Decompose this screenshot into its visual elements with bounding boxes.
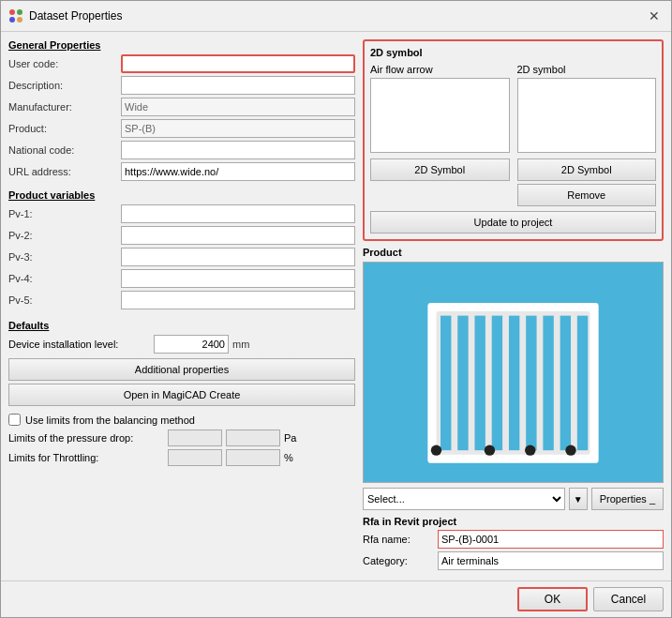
- svg-point-1: [17, 9, 22, 15]
- properties-button[interactable]: Properties _: [591, 488, 664, 510]
- pressure-unit: Pa: [284, 432, 296, 444]
- dataset-properties-window: Dataset Properties ✕ General Properties …: [0, 0, 672, 618]
- close-button[interactable]: ✕: [645, 7, 664, 25]
- pressure-drop-row: Limits of the pressure drop: Pa: [8, 430, 355, 446]
- throttle-min-input[interactable]: [168, 449, 222, 466]
- product-select-row: Select... ▼ Properties _: [363, 488, 664, 510]
- user-code-group: User code:: [8, 54, 355, 73]
- pv5-input[interactable]: [121, 291, 355, 309]
- titlebar: Dataset Properties ✕: [1, 1, 671, 32]
- balancing-checkbox-row: Use limits from the balancing method: [8, 414, 355, 426]
- svg-rect-10: [492, 316, 502, 451]
- air-flow-label: Air flow arrow: [370, 64, 510, 75]
- defaults-header: Defaults: [8, 320, 355, 331]
- pv2-input[interactable]: [121, 226, 355, 245]
- description-input[interactable]: [121, 76, 355, 95]
- cancel-button[interactable]: Cancel: [593, 587, 664, 611]
- svg-point-16: [431, 445, 441, 455]
- svg-rect-9: [474, 316, 485, 451]
- dataset-icon: [8, 8, 23, 23]
- balancing-checkbox[interactable]: [8, 414, 21, 426]
- dropdown-arrow-button[interactable]: ▼: [569, 488, 588, 510]
- url-input[interactable]: [121, 162, 355, 181]
- update-btn-row: Update to project: [370, 211, 656, 234]
- product-variables-section: Product variables Pv-1: Pv-2: Pv-3: Pv-4…: [8, 189, 355, 312]
- rfa-name-input[interactable]: [438, 530, 664, 549]
- svg-point-17: [565, 445, 575, 455]
- category-label: Category:: [363, 555, 438, 566]
- pv2-label: Pv-2:: [8, 230, 121, 241]
- description-label: Description:: [8, 80, 121, 91]
- titlebar-left: Dataset Properties: [8, 8, 122, 23]
- category-row: Category:: [363, 551, 664, 570]
- product-input[interactable]: [121, 119, 355, 138]
- symbol-section: 2D symbol Air flow arrow 2D symbol 2D Sy…: [363, 39, 664, 241]
- url-label: URL address:: [8, 166, 121, 177]
- user-code-label: User code:: [8, 58, 121, 69]
- symbol-2d-preview: [517, 78, 657, 153]
- product-title: Product: [363, 247, 664, 258]
- symbol-btn-left-button[interactable]: 2D Symbol: [370, 158, 510, 181]
- product-variables-header: Product variables: [8, 189, 355, 201]
- product-image: [363, 262, 664, 483]
- svg-rect-8: [457, 316, 468, 451]
- throttle-max-input[interactable]: [226, 449, 280, 466]
- additional-properties-button[interactable]: Additional properties: [8, 358, 355, 381]
- throttle-label: Limits for Throttling:: [8, 452, 168, 463]
- description-group: Description:: [8, 76, 355, 95]
- national-code-input[interactable]: [121, 141, 355, 159]
- remove-button[interactable]: Remove: [517, 184, 657, 206]
- category-input[interactable]: [438, 551, 664, 570]
- user-code-input[interactable]: [121, 54, 355, 73]
- symbol-2d-label: 2D symbol: [517, 64, 657, 75]
- update-to-project-button[interactable]: Update to project: [370, 211, 656, 234]
- pv3-input[interactable]: [121, 248, 355, 266]
- rfa-name-label: Rfa name:: [363, 534, 438, 545]
- pressure-min-input[interactable]: [168, 430, 222, 446]
- pv5-label: Pv-5:: [8, 294, 121, 306]
- device-level-label: Device installation level:: [8, 339, 154, 350]
- device-level-input[interactable]: [154, 335, 229, 354]
- throttle-row: Limits for Throttling: %: [8, 449, 355, 466]
- rfa-title: Rfa in Revit project: [363, 516, 664, 527]
- svg-point-3: [17, 17, 22, 23]
- manufacturer-input[interactable]: [121, 98, 355, 116]
- general-properties-header: General Properties: [8, 39, 355, 51]
- ok-button[interactable]: OK: [517, 587, 588, 611]
- throttle-unit: %: [284, 452, 293, 463]
- pv3-label: Pv-3:: [8, 251, 121, 263]
- product-section: Product: [363, 247, 664, 573]
- pv1-input[interactable]: [121, 204, 355, 223]
- pv1-group: Pv-1:: [8, 204, 355, 223]
- air-flow-preview: [370, 78, 510, 153]
- pressure-max-input[interactable]: [226, 430, 280, 446]
- svg-point-19: [525, 445, 535, 455]
- svg-rect-12: [526, 316, 536, 451]
- svg-rect-14: [560, 316, 571, 451]
- svg-point-0: [9, 9, 15, 15]
- main-content: General Properties User code: Descriptio…: [1, 32, 671, 580]
- pressure-drop-label: Limits of the pressure drop:: [8, 432, 168, 444]
- manufacturer-label: Manufacturer:: [8, 101, 121, 113]
- svg-point-2: [9, 17, 15, 23]
- svg-point-18: [485, 445, 495, 455]
- pv5-group: Pv-5:: [8, 291, 355, 309]
- symbol-btn-right-button[interactable]: 2D Symbol: [517, 158, 657, 181]
- product-label: Product:: [8, 123, 121, 134]
- footer: OK Cancel: [1, 580, 671, 617]
- svg-rect-11: [509, 316, 519, 451]
- product-select[interactable]: Select...: [363, 488, 565, 510]
- device-level-unit: mm: [232, 339, 249, 350]
- pv4-label: Pv-4:: [8, 273, 121, 284]
- pv4-group: Pv-4:: [8, 269, 355, 288]
- symbol-btn-right: 2D Symbol Remove: [517, 158, 657, 206]
- window-title: Dataset Properties: [29, 9, 122, 23]
- svg-rect-13: [543, 316, 553, 451]
- symbol-btn-row: 2D Symbol 2D Symbol Remove: [370, 158, 656, 206]
- pv4-input[interactable]: [121, 269, 355, 288]
- pv2-group: Pv-2:: [8, 226, 355, 245]
- left-panel: General Properties User code: Descriptio…: [8, 39, 355, 573]
- open-magicad-button[interactable]: Open in MagiCAD Create: [8, 384, 355, 406]
- pv3-group: Pv-3:: [8, 248, 355, 266]
- national-code-label: National code:: [8, 144, 121, 156]
